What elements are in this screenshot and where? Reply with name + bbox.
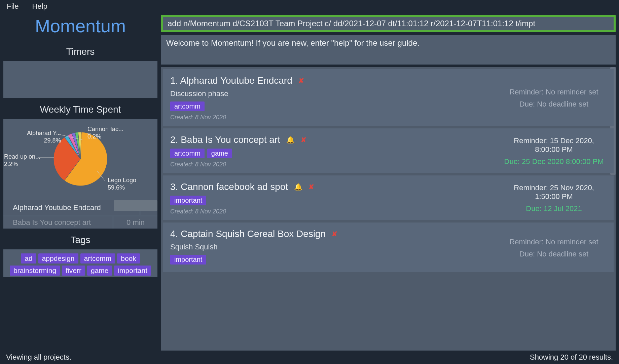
project-tag-list: important <box>170 196 486 205</box>
project-reminder: Reminder: No reminder set <box>502 238 606 246</box>
incomplete-icon: ✘ <box>308 183 314 191</box>
sidebar-tag[interactable]: book <box>117 253 140 264</box>
bell-icon: 🔔 <box>286 136 295 144</box>
main-column: Welcome to Momentum! If you are new, ent… <box>161 13 616 351</box>
time-spent-table: Alpharad Youtube Endcard 24 hr Baba Is Y… <box>3 199 157 229</box>
scrollbar-thumb[interactable] <box>114 200 157 211</box>
project-due: Due: 12 Jul 2021 <box>502 204 606 213</box>
app-title: Momentum <box>3 13 157 40</box>
menu-help[interactable]: Help <box>32 2 47 11</box>
project-reminder: Reminder: 25 Nov 2020, 1:50:00 PM <box>502 184 606 201</box>
project-list[interactable]: 1. Alpharad Youtube Endcard✘Discussion p… <box>161 67 616 351</box>
command-box <box>161 15 616 32</box>
project-tag[interactable]: artcomm <box>170 149 205 158</box>
project-description: Squish Squish <box>170 243 486 251</box>
project-created-date: Created: 8 Nov 2020 <box>170 161 486 168</box>
incomplete-icon: ✘ <box>332 230 337 238</box>
pie-label-readup: Read up on...2.2% <box>4 153 40 168</box>
pie-chart-body: Cannon fac...0.2% Alpharad Y...29.8% Rea… <box>3 119 157 229</box>
main-content: Momentum Timers Weekly Time Spent Cannon… <box>0 13 619 351</box>
result-display: Welcome to Momentum! If you are new, ent… <box>161 35 616 65</box>
project-reminder: Reminder: 15 Dec 2020, 8:00:00 PM <box>502 136 606 154</box>
menubar: File Help <box>0 0 619 13</box>
project-card[interactable]: 4. Captain Squish Cereal Box Design✘Squi… <box>163 223 614 272</box>
project-tag[interactable]: game <box>207 149 232 158</box>
tags-panel: Tags adappdesignartcommbookbrainstorming… <box>3 231 157 277</box>
project-created-date: Created: 8 Nov 2020 <box>170 208 486 215</box>
tags-body: adappdesignartcommbookbrainstormingfiver… <box>3 249 157 277</box>
project-card[interactable]: 3. Cannon facebook ad spot🔔✘importantCre… <box>163 175 614 220</box>
tags-header: Tags <box>3 231 157 249</box>
sidebar-tag[interactable]: fiverr <box>62 266 85 276</box>
project-tag-list: important <box>170 255 486 265</box>
time-row-name: Baba Is You concept art <box>3 216 114 229</box>
timers-panel: Timers <box>3 43 157 98</box>
status-bar: Viewing all projects. Showing 20 of 20 r… <box>0 351 619 364</box>
pie-label-cannon: Cannon fac...0.2% <box>87 126 123 140</box>
project-tag-list: artcomm <box>170 102 486 111</box>
project-tag[interactable]: important <box>170 255 206 265</box>
pie-label-lego: Lego Logo59.6% <box>108 177 136 191</box>
project-description: Discussion phase <box>170 89 486 98</box>
project-title: 4. Captain Squish Cereal Box Design✘ <box>170 229 486 239</box>
timers-header: Timers <box>3 43 157 61</box>
project-title: 2. Baba Is You concept art🔔✘ <box>170 134 486 145</box>
sidebar-tag[interactable]: important <box>114 266 151 276</box>
time-row-value: 0 min <box>114 218 157 227</box>
sidebar-tag[interactable]: game <box>87 266 112 276</box>
project-created-date: Created: 8 Nov 2020 <box>170 114 486 121</box>
sidebar-tag[interactable]: ad <box>21 253 36 264</box>
incomplete-icon: ✘ <box>298 77 304 85</box>
sidebar: Momentum Timers Weekly Time Spent Cannon… <box>3 13 157 351</box>
table-row[interactable]: Alpharad Youtube Endcard 24 hr <box>3 199 157 215</box>
sidebar-tag[interactable]: appdesign <box>38 253 78 264</box>
weekly-time-panel: Weekly Time Spent Cannon fac...0.2% Alph… <box>3 101 157 229</box>
project-reminder: Reminder: No reminder set <box>502 88 606 96</box>
timers-body <box>3 61 157 98</box>
status-left: Viewing all projects. <box>6 353 71 362</box>
menu-file[interactable]: File <box>7 2 19 11</box>
project-due: Due: 25 Dec 2020 8:00:00 PM <box>502 157 606 166</box>
weekly-header: Weekly Time Spent <box>3 101 157 119</box>
incomplete-icon: ✘ <box>301 136 306 144</box>
sidebar-tag[interactable]: artcomm <box>80 253 115 264</box>
bell-icon: 🔔 <box>294 183 302 191</box>
pie-label-alpharad: Alpharad Y...29.8% <box>27 130 61 144</box>
pie-chart: Cannon fac...0.2% Alpharad Y...29.8% Rea… <box>3 124 157 194</box>
project-tag[interactable]: important <box>170 196 206 205</box>
project-card[interactable]: 1. Alpharad Youtube Endcard✘Discussion p… <box>163 69 614 126</box>
project-tag[interactable]: artcomm <box>170 102 205 111</box>
table-row[interactable]: Baba Is You concept art 0 min <box>3 215 157 229</box>
project-title: 1. Alpharad Youtube Endcard✘ <box>170 75 486 86</box>
status-right: Showing 20 of 20 results. <box>530 353 613 362</box>
command-input[interactable] <box>168 19 609 28</box>
project-due: Due: No deadline set <box>502 100 606 109</box>
project-tag-list: artcommgame <box>170 149 486 158</box>
project-due: Due: No deadline set <box>502 250 606 258</box>
sidebar-tag[interactable]: brainstorming <box>10 266 60 276</box>
project-card[interactable]: 2. Baba Is You concept art🔔✘artcommgameC… <box>163 128 614 173</box>
project-title: 3. Cannon facebook ad spot🔔✘ <box>170 181 486 192</box>
